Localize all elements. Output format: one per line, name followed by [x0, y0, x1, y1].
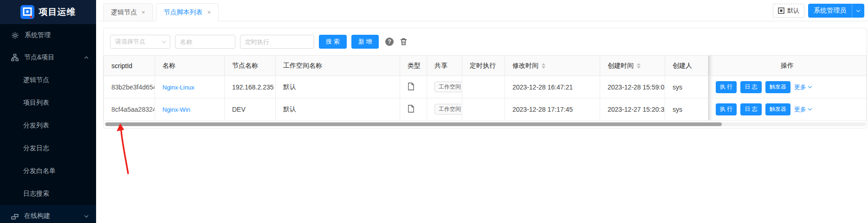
help-icon[interactable]: ?: [385, 38, 394, 46]
col-scriptid: scriptId: [104, 56, 155, 76]
col-label: 创建时间: [608, 62, 634, 70]
chevron-up-icon: [84, 57, 88, 60]
workspace-label: 默认: [787, 6, 799, 15]
col-created-time[interactable]: 创建时间: [600, 56, 665, 76]
script-name-link[interactable]: Nginx-Win: [162, 106, 190, 113]
sidebar-item-label: 系统管理: [25, 31, 51, 39]
sub-item-label: 日志搜索: [23, 190, 49, 198]
red-arrow-annotation: [114, 122, 135, 176]
cell-workspace: 默认: [276, 98, 400, 121]
chevron-down-icon: [808, 84, 811, 88]
cell-creator: sys: [665, 98, 708, 121]
horizontal-scrollbar[interactable]: [104, 122, 866, 126]
close-icon[interactable]: ×: [142, 9, 145, 16]
sidebar-item-nodes-projects[interactable]: 节点&项目: [0, 46, 96, 69]
col-modified-time[interactable]: 修改时间: [505, 56, 600, 76]
cell-modified: 2023-12-28 16:47:21: [505, 76, 600, 98]
col-share: 共享: [427, 56, 462, 76]
sidebar-item-dispatch-log[interactable]: 分发日志: [0, 137, 96, 159]
chevron-down-icon[interactable]: [852, 4, 864, 18]
more-dropdown[interactable]: 更多: [794, 105, 811, 114]
gear-icon: [11, 32, 19, 39]
cell-cron: [462, 76, 505, 98]
cell-actions: 执 行 日 志 触发器 更多: [708, 76, 867, 98]
col-label: 修改时间: [512, 62, 538, 70]
run-button[interactable]: 执 行: [716, 103, 737, 115]
add-button[interactable]: 新 增: [351, 35, 379, 49]
tab-logic-nodes[interactable]: 逻辑节点 ×: [103, 3, 153, 21]
col-creator: 创建人: [665, 56, 708, 76]
sub-item-label: 分发白名单: [23, 167, 56, 175]
app-title: 项目运维: [39, 6, 76, 18]
sidebar-item-logic-nodes[interactable]: 逻辑节点: [0, 69, 96, 91]
sidebar-item-system-management[interactable]: 系统管理: [0, 24, 96, 46]
name-input[interactable]: [175, 35, 235, 49]
col-workspace-name: 工作空间名称: [276, 56, 400, 76]
cell-workspace: 默认: [276, 76, 400, 98]
col-type: 类型: [400, 56, 427, 76]
sidebar-menu: 系统管理 节点&项目 逻辑节点 项目列表 分发列表 分发日志 分发白名单 日志搜…: [0, 24, 96, 205]
sidebar-item-project-list[interactable]: 项目列表: [0, 91, 96, 114]
chevron-down-icon: [808, 107, 811, 110]
col-actions: 操作: [708, 56, 867, 76]
cell-scriptid: 83b2be3f4d654ec...: [104, 76, 155, 98]
sidebar-item-label: 节点&项目: [24, 53, 54, 62]
cell-scriptid: 8cf4a5aa2832414f...: [104, 98, 155, 121]
close-icon[interactable]: ×: [207, 9, 211, 16]
search-button[interactable]: 搜 索: [319, 35, 347, 49]
tab-label: 节点脚本列表: [164, 8, 203, 17]
cell-created: 2023-12-27 15:20:32: [600, 98, 665, 121]
chevron-down-icon: [162, 39, 166, 43]
sub-item-label: 分发日志: [23, 144, 49, 153]
user-label: 系统管理员: [808, 4, 852, 18]
trigger-button[interactable]: 触发器: [765, 81, 790, 93]
trigger-button[interactable]: 触发器: [765, 103, 790, 115]
node-select-placeholder: 请选择节点: [115, 38, 145, 46]
log-button[interactable]: 日 志: [740, 81, 761, 93]
scrollbar-thumb[interactable]: [105, 122, 722, 126]
logo-row[interactable]: 项目运维: [0, 0, 96, 24]
cron-input[interactable]: [240, 35, 314, 49]
more-dropdown[interactable]: 更多: [794, 83, 811, 91]
build-icon: [11, 212, 19, 220]
cell-creator: sys: [665, 76, 708, 98]
cluster-icon: [11, 54, 19, 61]
table-row: 8cf4a5aa2832414f... Nginx-Win DEV 默认 工作空…: [104, 98, 867, 121]
log-button[interactable]: 日 志: [740, 103, 761, 115]
sub-item-label: 项目列表: [23, 99, 49, 107]
file-icon: [408, 105, 415, 113]
workspace-button[interactable]: 默认: [773, 4, 804, 18]
cell-actions: 执 行 日 志 触发器 更多: [708, 98, 867, 121]
topbar-right: 默认 系统管理员: [773, 4, 864, 18]
run-button[interactable]: 执 行: [716, 81, 737, 93]
cell-node-name: 192.168.2.235: [225, 76, 276, 98]
node-select[interactable]: 请选择节点: [110, 35, 170, 49]
script-table: scriptId 名称 节点名称 工作空间名称 类型 共享 定时执行 修改时间 …: [104, 55, 867, 121]
user-dropdown-button[interactable]: 系统管理员: [808, 4, 864, 18]
filter-bar: 请选择节点 搜 索 新 增 ?: [104, 28, 867, 55]
share-tag: 工作空间: [434, 104, 462, 115]
cell-type: [400, 98, 427, 121]
content-card: 请选择节点 搜 索 新 增 ? scriptId: [103, 28, 867, 128]
sort-caret-icon[interactable]: [637, 63, 641, 69]
sort-caret-icon[interactable]: [542, 63, 545, 69]
trash-icon[interactable]: [400, 38, 407, 45]
script-name-link[interactable]: Nginx-Linux: [162, 84, 194, 91]
sidebar: 项目运维 系统管理 节点&项目 逻: [0, 0, 96, 223]
share-tag: 工作空间: [434, 82, 462, 92]
tab-node-script-list[interactable]: 节点脚本列表 ×: [156, 3, 219, 21]
cell-share: 工作空间: [427, 76, 462, 98]
table-header-row: scriptId 名称 节点名称 工作空间名称 类型 共享 定时执行 修改时间 …: [104, 56, 867, 76]
cell-modified: 2023-12-28 17:17:45: [505, 98, 600, 121]
col-cron: 定时执行: [462, 56, 505, 76]
cell-node-name: DEV: [225, 98, 276, 121]
cell-created: 2023-12-28 15:59:02: [600, 76, 665, 98]
cell-share: 工作空间: [427, 98, 462, 121]
sidebar-item-log-search[interactable]: 日志搜索: [0, 182, 96, 205]
sidebar-item-online-build[interactable]: 在线构建: [0, 205, 96, 223]
sidebar-item-dispatch-whitelist[interactable]: 分发白名单: [0, 159, 96, 182]
workspace-icon: [778, 7, 784, 14]
table-row: 83b2be3f4d654ec... Nginx-Linux 192.168.2…: [104, 76, 867, 98]
sidebar-item-dispatch-list[interactable]: 分发列表: [0, 114, 96, 137]
col-node-name: 节点名称: [225, 56, 276, 76]
